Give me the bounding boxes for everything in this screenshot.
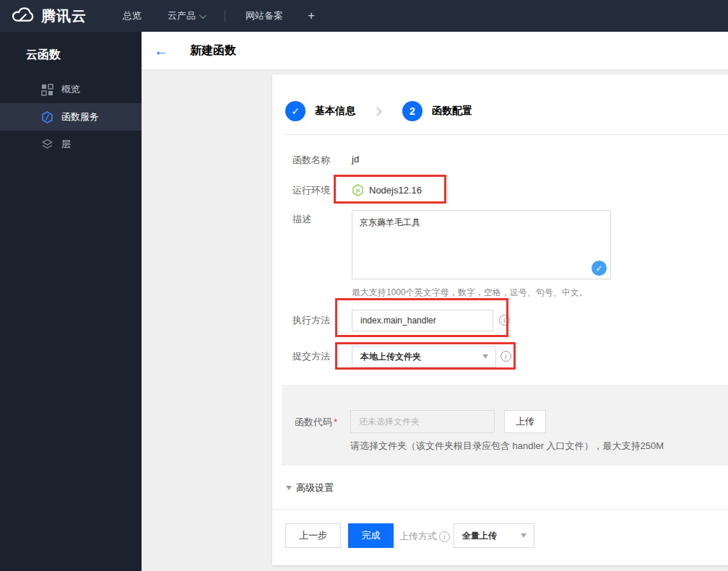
- upload-mode-value: 全量上传: [462, 530, 497, 542]
- runtime-label: 运行环境: [292, 184, 350, 197]
- function-name-label: 函数名称: [292, 154, 350, 167]
- step-indicator: ✓ 基本信息 2 函数配置: [285, 101, 472, 121]
- nav-products-label: 云产品: [168, 9, 196, 22]
- grid-icon: [41, 84, 53, 96]
- nav-item-overview[interactable]: 总览: [110, 0, 155, 32]
- handler-label: 执行方法: [292, 314, 350, 327]
- top-navbar: 腾讯云 总览 云产品 网站备案 +: [0, 0, 728, 32]
- handler-info-icon[interactable]: [499, 315, 510, 326]
- add-tab-button[interactable]: +: [296, 9, 326, 23]
- tencent-cloud-logo[interactable]: 腾讯云: [0, 6, 97, 26]
- step2-label: 函数配置: [432, 105, 472, 118]
- nav-overview-label: 总览: [123, 9, 142, 22]
- form-card: ✓ 基本信息 2 函数配置 函数名称 jd 运行环境 js Nodejs12.: [272, 74, 728, 565]
- step1-label: 基本信息: [315, 105, 355, 118]
- valid-check-icon: ✓: [592, 261, 607, 276]
- upload-mode-label: 上传方式: [399, 530, 437, 543]
- nodejs-icon: js: [352, 184, 364, 196]
- nav-icp-label: 网站备案: [246, 9, 283, 22]
- nav-item-products[interactable]: 云产品: [155, 0, 217, 32]
- description-textarea[interactable]: 京东薅羊毛工具: [352, 210, 611, 279]
- brand-name: 腾讯云: [41, 6, 87, 26]
- back-arrow-icon[interactable]: ←: [154, 43, 168, 58]
- triangle-down-icon: [286, 486, 292, 490]
- function-code-label: 函数代码*: [295, 416, 337, 429]
- runtime-text: Nodejs12.16: [369, 185, 422, 196]
- finish-button[interactable]: 完成: [348, 523, 394, 548]
- step1-check-icon: ✓: [285, 101, 306, 121]
- function-name-value: jd: [352, 154, 359, 165]
- sidebar-item-label: 概览: [61, 83, 80, 96]
- advanced-settings-toggle[interactable]: 高级设置: [286, 481, 334, 494]
- chevron-down-icon: [199, 12, 207, 19]
- upload-mode-info-icon[interactable]: [439, 531, 450, 542]
- nav-divider: [225, 10, 225, 22]
- sidebar-item-label: 层: [61, 138, 71, 151]
- folder-path-input[interactable]: [350, 410, 495, 433]
- submit-method-value: 本地上传文件夹: [360, 351, 421, 363]
- submit-method-label: 提交方法: [292, 350, 350, 363]
- function-code-hint: 请选择文件夹（该文件夹根目录应包含 handler 入口文件），最大支持250M: [350, 440, 664, 453]
- function-hexagon-icon: [41, 111, 53, 123]
- upload-button[interactable]: 上传: [504, 410, 546, 433]
- step2-number: 2: [402, 101, 422, 121]
- handler-input[interactable]: [352, 310, 493, 331]
- footer-divider: [272, 509, 728, 510]
- sidebar-item-label: 函数服务: [61, 110, 99, 123]
- upload-mode-select[interactable]: 全量上传: [454, 523, 534, 548]
- required-asterisk: *: [334, 417, 337, 427]
- sidebar-title: 云函数: [0, 32, 142, 76]
- nav-item-icp[interactable]: 网站备案: [233, 0, 296, 32]
- dropdown-caret-icon: [482, 354, 488, 359]
- steps-divider: [284, 134, 728, 135]
- page-title: 新建函数: [190, 43, 236, 58]
- runtime-value: js Nodejs12.16: [352, 184, 422, 196]
- sidebar: 云函数 概览 函数服务 层: [0, 32, 142, 571]
- upload-mode: 上传方式: [399, 530, 450, 543]
- sidebar-item-overview[interactable]: 概览: [0, 76, 142, 103]
- description-hint: 最大支持1000个英文字母，数字，空格，逗号、句号、中文。: [352, 287, 588, 299]
- tencent-cloud-logo-icon: [11, 6, 35, 26]
- advanced-settings-label: 高级设置: [296, 481, 334, 494]
- chevron-right-icon: [373, 107, 382, 116]
- prev-step-button[interactable]: 上一步: [285, 523, 341, 548]
- page-header: ← 新建函数: [142, 32, 728, 70]
- layers-icon: [41, 139, 53, 151]
- function-code-label-text: 函数代码: [295, 417, 332, 427]
- function-code-section: 函数代码* 上传 请选择文件夹（该文件夹根目录应包含 handler 入口文件）…: [282, 385, 728, 466]
- submit-method-info-icon[interactable]: [500, 351, 511, 362]
- description-label: 描述: [292, 213, 350, 226]
- submit-method-select[interactable]: 本地上传文件夹: [352, 346, 496, 367]
- dropdown-caret-icon: [521, 533, 526, 538]
- svg-text:js: js: [355, 188, 360, 193]
- sidebar-item-function-service[interactable]: 函数服务: [0, 103, 142, 131]
- sidebar-item-layers[interactable]: 层: [0, 131, 142, 158]
- content-area: ✓ 基本信息 2 函数配置 函数名称 jd 运行环境 js Nodejs12.: [142, 70, 728, 571]
